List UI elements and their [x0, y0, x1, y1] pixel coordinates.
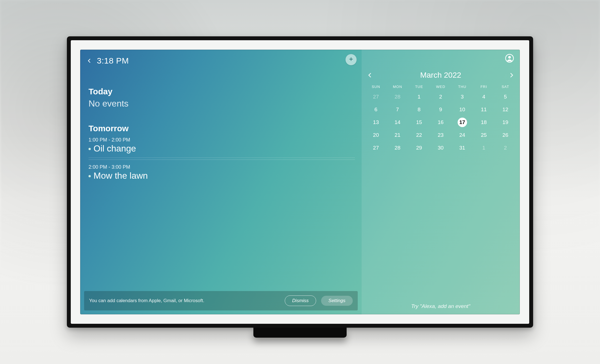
- event-item[interactable]: 1:00 PM - 2:00 PMOil change: [89, 135, 355, 158]
- settings-button[interactable]: Settings: [321, 296, 352, 306]
- calendar-day[interactable]: 3: [452, 92, 473, 102]
- dow-label: WED: [430, 85, 451, 89]
- prev-month-button[interactable]: [367, 71, 373, 79]
- calendar-day[interactable]: 7: [387, 104, 408, 115]
- calendar-day[interactable]: 24: [452, 130, 473, 140]
- calendar-day[interactable]: 27: [365, 92, 387, 102]
- calendar-day[interactable]: 28: [387, 92, 408, 102]
- calendar-day[interactable]: 25: [473, 130, 495, 140]
- calendar-day[interactable]: 11: [473, 104, 495, 115]
- calendar-week: 13141516171819: [365, 117, 516, 128]
- dow-label: SAT: [495, 85, 516, 89]
- calendar-day[interactable]: 2: [495, 143, 516, 153]
- svg-point-3: [508, 56, 511, 59]
- calendar-day[interactable]: 26: [495, 130, 516, 140]
- month-label: March 2022: [420, 71, 461, 80]
- calendar-day[interactable]: 5: [495, 92, 516, 102]
- event-title: Oil change: [94, 143, 136, 154]
- calendar-day[interactable]: 28: [387, 143, 408, 153]
- calendar-week: 20212223242526: [365, 130, 516, 140]
- agenda-panel: 3:18 PM Today No events Tomorrow 1:00 PM…: [80, 50, 362, 314]
- calendar-week: 6789101112: [365, 104, 516, 115]
- plus-icon: [349, 57, 354, 63]
- today-empty-text: No events: [89, 98, 355, 109]
- calendar-week: 272829303112: [365, 143, 516, 153]
- event-dot-icon: [89, 175, 91, 177]
- screen: 3:18 PM Today No events Tomorrow 1:00 PM…: [80, 50, 520, 314]
- event-time: 2:00 PM - 3:00 PM: [89, 164, 355, 170]
- calendar-grid: 2728123456789101112131415161718192021222…: [365, 92, 516, 153]
- event-time: 1:00 PM - 2:00 PM: [89, 137, 355, 143]
- calendar-day[interactable]: 15: [409, 117, 430, 128]
- add-event-button[interactable]: [346, 54, 357, 65]
- calendar-week: 272812345: [365, 92, 516, 102]
- calendar-day[interactable]: 27: [365, 143, 387, 153]
- tomorrow-heading: Tomorrow: [89, 124, 355, 133]
- dow-label: THU: [452, 85, 473, 89]
- calendar-day-today[interactable]: 17: [458, 118, 467, 127]
- dow-label: TUE: [409, 85, 430, 89]
- calendar-day[interactable]: 30: [430, 143, 451, 153]
- dow-label: FRI: [473, 85, 495, 89]
- event-dot-icon: [89, 148, 91, 150]
- banner-text: You can add calendars from Apple, Gmail,…: [89, 298, 280, 304]
- dow-label: MON: [387, 85, 408, 89]
- calendar-day[interactable]: 16: [430, 117, 451, 128]
- calendar-day[interactable]: 19: [495, 117, 516, 128]
- clock: 3:18 PM: [97, 56, 129, 65]
- calendar-day[interactable]: 4: [473, 92, 495, 102]
- month-nav: March 2022: [365, 71, 516, 80]
- calendar-day[interactable]: 2: [430, 92, 451, 102]
- calendar-panel: March 2022 SUNMONTUEWEDTHUFRISAT 2728123…: [362, 50, 520, 314]
- device-matte: 3:18 PM Today No events Tomorrow 1:00 PM…: [71, 40, 529, 324]
- event-list: 1:00 PM - 2:00 PMOil change2:00 PM - 3:0…: [89, 135, 355, 185]
- dismiss-button[interactable]: Dismiss: [285, 295, 316, 306]
- calendar-day[interactable]: 10: [452, 104, 473, 115]
- calendar-day[interactable]: 23: [430, 130, 451, 140]
- calendar-setup-banner: You can add calendars from Apple, Gmail,…: [84, 291, 358, 310]
- calendar-day[interactable]: 1: [409, 92, 430, 102]
- calendar-day[interactable]: 8: [409, 104, 430, 115]
- calendar-day[interactable]: 21: [387, 130, 408, 140]
- event-title: Mow the lawn: [94, 171, 148, 181]
- calendar-day[interactable]: 22: [409, 130, 430, 140]
- event-item[interactable]: 2:00 PM - 3:00 PMMow the lawn: [89, 163, 355, 185]
- event-divider: [89, 160, 355, 160]
- back-icon[interactable]: [87, 57, 92, 65]
- today-heading: Today: [89, 87, 355, 96]
- calendar-day[interactable]: 14: [387, 117, 408, 128]
- calendar-day[interactable]: 20: [365, 130, 387, 140]
- calendar-day[interactable]: 18: [473, 117, 495, 128]
- profile-icon[interactable]: [505, 54, 514, 63]
- calendar-day[interactable]: 29: [409, 143, 430, 153]
- calendar-day[interactable]: 13: [365, 117, 387, 128]
- next-month-button[interactable]: [509, 71, 514, 79]
- device-stand: [253, 328, 347, 338]
- agenda-list: Today No events Tomorrow 1:00 PM - 2:00 …: [87, 87, 355, 185]
- device-frame: 3:18 PM Today No events Tomorrow 1:00 PM…: [67, 36, 533, 328]
- calendar-day[interactable]: 12: [495, 104, 516, 115]
- day-of-week-header: SUNMONTUEWEDTHUFRISAT: [365, 85, 516, 89]
- calendar-day[interactable]: 1: [473, 143, 495, 153]
- calendar-day[interactable]: 9: [430, 104, 451, 115]
- calendar-day[interactable]: 6: [365, 104, 387, 115]
- header: 3:18 PM: [87, 55, 355, 67]
- dow-label: SUN: [365, 85, 387, 89]
- voice-hint: Try "Alexa, add an event": [365, 303, 516, 311]
- calendar-day[interactable]: 31: [452, 143, 473, 153]
